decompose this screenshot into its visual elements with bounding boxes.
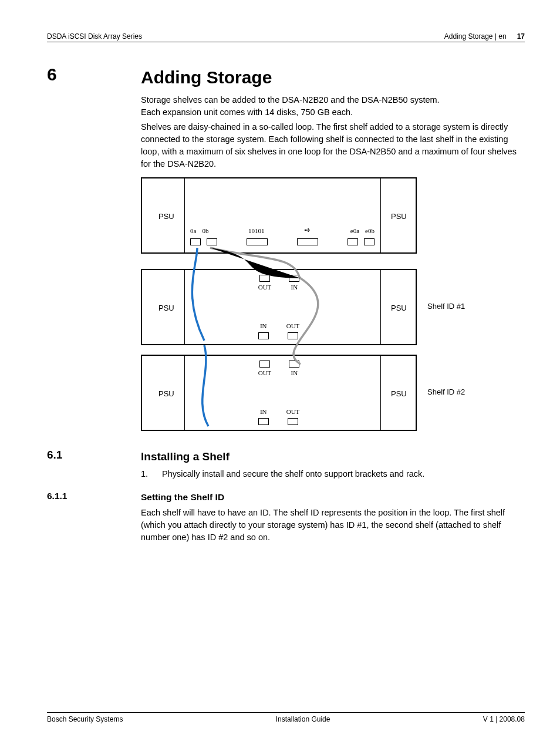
connection-diagram: PSU PSU 0a 0b 10101 ➺ [141, 177, 525, 431]
port-label: e0b [365, 227, 375, 236]
running-footer: Bosch Security Systems Installation Guid… [47, 712, 525, 723]
subsection-title: Installing a Shelf [141, 449, 525, 465]
paragraph: Each expansion unit comes with 14 disks,… [141, 106, 525, 119]
diagram-shelf-2: PSU PSU OUT IN IN OUT [141, 355, 417, 431]
section-title: Adding Storage [141, 65, 525, 90]
port-label: 10101 [248, 227, 265, 236]
psu-label: PSU [391, 303, 407, 314]
footer-right: V 1 | 2008.08 [483, 715, 525, 723]
section-number: 6 [47, 65, 141, 449]
subsection-number: 6.1 [47, 449, 141, 491]
port-label: 0a [190, 227, 196, 236]
port-label: IN [260, 322, 267, 331]
psu-label: PSU [158, 303, 174, 314]
running-header: DSDA iSCSI Disk Array Series Adding Stor… [47, 32, 525, 42]
port-label: IN [291, 283, 298, 292]
header-rule [47, 42, 525, 42]
list-text: Physically install and secure the shelf … [162, 468, 424, 480]
port-label: OUT [286, 322, 300, 331]
page-number: 17 [517, 32, 525, 41]
subsubsection-title: Setting the Shelf ID [141, 491, 525, 504]
psu-label: PSU [158, 389, 174, 400]
diagram-shelf-1: PSU PSU OUT IN IN OUT [141, 269, 417, 345]
shelf-id-label: Shelf ID #2 [427, 387, 465, 398]
paragraph: Each shelf will have to have an ID. The … [141, 507, 525, 544]
port-label: OUT [286, 407, 300, 417]
header-right-text: Adding Storage | en [444, 32, 507, 41]
content: 6 Adding Storage Storage shelves can be … [47, 65, 525, 544]
port-label: OUT [258, 369, 272, 378]
footer-left: Bosch Security Systems [47, 715, 123, 723]
port-label: IN [291, 369, 298, 378]
list-number: 1. [141, 468, 153, 480]
port-label: OUT [258, 283, 272, 292]
header-left: DSDA iSCSI Disk Array Series [47, 32, 142, 41]
psu-label: PSU [391, 389, 407, 400]
subsubsection-number: 6.1.1 [47, 491, 141, 544]
paragraph: Storage shelves can be added to the DSA-… [141, 94, 525, 106]
footer-center: Installation Guide [276, 715, 330, 723]
psu-label: PSU [158, 211, 174, 223]
wrench-icon: ➺ [304, 225, 311, 236]
paragraph: Shelves are daisy-chained in a so-called… [141, 121, 525, 170]
shelf-id-label: Shelf ID #1 [427, 301, 465, 312]
port-label: 0b [202, 227, 208, 236]
diagram-head-unit: PSU PSU 0a 0b 10101 ➺ [141, 177, 417, 254]
footer-rule [47, 712, 525, 713]
port-label: IN [260, 407, 267, 417]
port-label: e0a [350, 227, 359, 236]
page: DSDA iSCSI Disk Array Series Adding Stor… [0, 0, 560, 748]
psu-label: PSU [391, 211, 407, 223]
